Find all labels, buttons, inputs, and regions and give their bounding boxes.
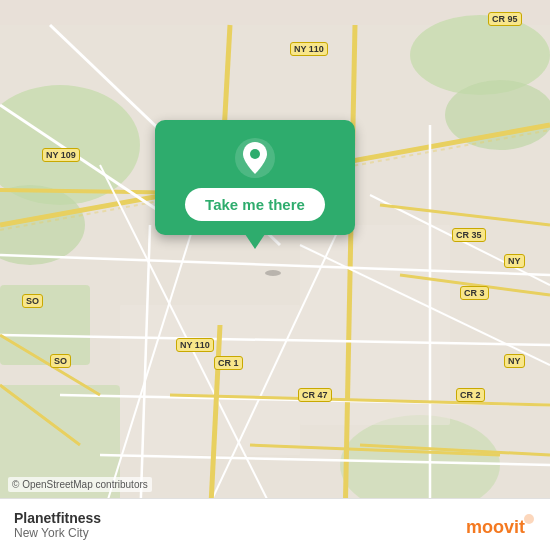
road-label-cr47: CR 47 <box>298 388 332 402</box>
road-label-so2: SO <box>50 354 71 368</box>
svg-point-40 <box>524 514 534 524</box>
moovit-logo: moovit <box>466 511 536 539</box>
road-label-ny110-mid: NY 110 <box>176 338 214 352</box>
road-label-so1: SO <box>22 294 43 308</box>
road-label-cr3: CR 3 <box>460 286 489 300</box>
location-pin-icon <box>233 136 277 180</box>
moovit-logo-svg: moovit <box>466 511 536 539</box>
copyright-text: © OpenStreetMap contributors <box>8 477 152 492</box>
map-container: NY 110 NY 109 NY 110 CR 95 CR 35 CR 3 CR… <box>0 0 550 550</box>
svg-rect-3 <box>0 285 90 365</box>
bottom-bar: Planetfitness New York City moovit <box>0 498 550 550</box>
place-name: Planetfitness <box>14 510 101 526</box>
road-label-ny2: NY <box>504 354 525 368</box>
road-label-cr95: CR 95 <box>488 12 522 26</box>
popup-card: Take me there <box>155 120 355 235</box>
road-label-ny1: NY <box>504 254 525 268</box>
svg-point-38 <box>250 149 260 159</box>
location-info: Planetfitness New York City <box>14 510 101 540</box>
svg-point-36 <box>265 270 281 276</box>
place-city: New York City <box>14 526 101 540</box>
road-label-ny110-top: NY 110 <box>290 42 328 56</box>
svg-text:moovit: moovit <box>466 517 525 537</box>
road-label-cr2: CR 2 <box>456 388 485 402</box>
road-label-ny109: NY 109 <box>42 148 80 162</box>
take-me-there-button[interactable]: Take me there <box>185 188 325 221</box>
road-label-cr35: CR 35 <box>452 228 486 242</box>
road-label-cr1: CR 1 <box>214 356 243 370</box>
